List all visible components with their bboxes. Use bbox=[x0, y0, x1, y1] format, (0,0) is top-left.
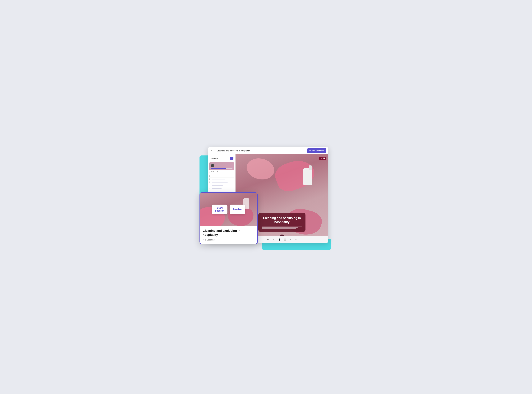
sidebar-actions: ⋮ + bbox=[227, 156, 233, 160]
overlay-line-2 bbox=[262, 227, 298, 228]
lesson-progress-bar bbox=[211, 168, 233, 169]
lesson-star-icon: ☆ bbox=[214, 171, 216, 172]
lesson-num-2: 2 bbox=[209, 178, 211, 180]
lesson-bar-1 bbox=[212, 176, 230, 176]
lesson-num-5: 5 bbox=[209, 187, 211, 189]
card-actions: Start session Preview bbox=[212, 205, 245, 214]
lesson-bar-2 bbox=[212, 179, 225, 179]
glove-shape-3 bbox=[246, 157, 275, 181]
card-lessons-count: ≡ 5 Lessons bbox=[203, 238, 254, 241]
lesson-rating: 5 bbox=[217, 171, 218, 172]
start-session-button[interactable]: Start session bbox=[212, 205, 227, 214]
list-item[interactable]: 5 bbox=[209, 187, 234, 190]
desktop-view-button[interactable]: 🖥 bbox=[289, 238, 292, 241]
redo-button[interactable]: ↪ bbox=[272, 238, 275, 241]
list-item[interactable]: 4 bbox=[209, 184, 234, 187]
plus-icon: + bbox=[309, 149, 311, 152]
tablet-view-button[interactable]: ⬜ bbox=[283, 238, 286, 241]
preview-button[interactable]: Preview bbox=[230, 205, 245, 214]
add-attendees-label: Add attendees bbox=[311, 150, 324, 152]
list-item[interactable]: 1 bbox=[209, 175, 234, 178]
lesson-bar-3 bbox=[212, 182, 228, 182]
lesson-thumbnail-card[interactable]: ⬛ 4:00 ☆ 5 bbox=[209, 162, 234, 173]
lesson-num-3: 3 bbox=[209, 181, 211, 183]
lesson-card-image: ⬛ bbox=[209, 162, 234, 170]
overlay-line-3 bbox=[262, 228, 296, 229]
page-title: Cleaning and sanitising in hospitality bbox=[217, 150, 306, 152]
lesson-num-1: 1 bbox=[209, 175, 211, 177]
lesson-duration: 4:00 bbox=[211, 171, 214, 172]
lesson-progress-fill bbox=[211, 168, 226, 169]
lesson-bar-4 bbox=[212, 185, 223, 186]
sidebar-header: Lessons ⋮ + bbox=[208, 156, 235, 160]
lesson-list: 1 2 3 4 5 bbox=[208, 175, 235, 190]
top-bar: ← Cleaning and sanitising in hospitality… bbox=[208, 147, 328, 154]
star-button[interactable]: ☆ bbox=[294, 238, 298, 241]
overlay-title: Cleaning and sanitising in hospitality bbox=[262, 216, 302, 224]
add-attendees-button[interactable]: + Add attendees bbox=[307, 148, 326, 153]
list-item[interactable]: 3 bbox=[209, 181, 234, 184]
lessons-label: Lessons bbox=[210, 157, 218, 159]
lesson-thumbnail-icon: ⬛ bbox=[211, 164, 214, 167]
floating-card: Start session Preview Cleaning and sanit… bbox=[199, 192, 258, 244]
overlay-line-1 bbox=[262, 226, 302, 227]
floating-card-body: Cleaning and sanitising in hospitality ≡… bbox=[200, 226, 257, 244]
overlay-lines bbox=[262, 226, 302, 229]
mobile-view-button[interactable]: 📱 bbox=[278, 238, 281, 241]
lessons-count-label: 5 Lessons bbox=[205, 238, 214, 241]
list-icon: ≡ bbox=[203, 238, 204, 241]
floating-card-image: Start session Preview bbox=[200, 193, 257, 226]
spray-bottle bbox=[304, 168, 312, 185]
scene: ← Cleaning and sanitising in hospitality… bbox=[204, 147, 328, 247]
lesson-num-4: 4 bbox=[209, 184, 211, 186]
add-lesson-button[interactable]: + bbox=[230, 156, 233, 160]
lesson-bar-5 bbox=[212, 188, 222, 189]
undo-button[interactable]: ↩ bbox=[266, 238, 270, 241]
card-course-title: Cleaning and sanitising in hospitality bbox=[203, 229, 254, 237]
content-overlay: Cleaning and sanitising in hospitality bbox=[258, 213, 305, 232]
back-button[interactable]: ← bbox=[210, 149, 214, 153]
more-button[interactable]: ⋮ bbox=[227, 157, 229, 160]
page-counter: 4 / 14 bbox=[319, 156, 326, 160]
list-item[interactable]: 2 bbox=[209, 178, 234, 181]
lesson-meta: 4:00 ☆ 5 bbox=[209, 170, 234, 173]
